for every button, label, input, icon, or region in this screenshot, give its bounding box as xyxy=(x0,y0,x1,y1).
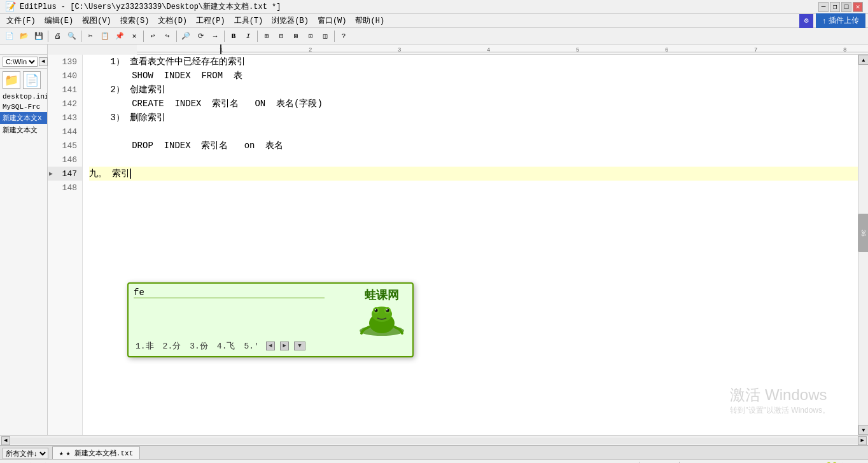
format2-button[interactable]: ⊟ xyxy=(274,29,288,43)
goto-button[interactable]: → xyxy=(208,29,222,43)
ruler-corner xyxy=(0,45,48,55)
cut-button[interactable]: ✂ xyxy=(83,29,97,43)
minimize-button[interactable]: ─ xyxy=(818,2,829,12)
ac-prev-button[interactable]: ◄ xyxy=(266,342,275,350)
upload-button[interactable]: ↑ 插件上传 xyxy=(816,13,865,28)
menu-help[interactable]: 帮助(H) xyxy=(351,14,388,27)
ac-item-4[interactable]: 4.飞 xyxy=(215,340,237,352)
redo-button[interactable]: ↪ xyxy=(160,29,174,43)
code-line-141: 2） 创建索引 xyxy=(89,83,858,97)
file-item-new1[interactable]: 新建文本文X xyxy=(0,112,47,124)
scroll-up-button[interactable]: ▲ xyxy=(858,55,868,65)
paste-button[interactable]: 📌 xyxy=(113,29,127,43)
open-button[interactable]: 📂 xyxy=(17,29,31,43)
status-bar: 需要帮助, 请按 F1 键 行 147 列 9 148 00 PC ANSI 🐸… xyxy=(0,459,868,463)
menu-browser[interactable]: 浏览器(B) xyxy=(268,14,312,27)
file-list: desktop.ini MySQL-Frc 新建文本文X 新建文本文 xyxy=(0,92,47,435)
print-button[interactable]: 🖨 xyxy=(50,29,64,43)
close-button[interactable]: ✕ xyxy=(853,2,863,12)
upload-icon: ↑ xyxy=(822,17,826,25)
menu-tools[interactable]: 工具(T) xyxy=(230,14,267,27)
title-bar-text: EditPlus - [C:\Users\yz33233339\Desktop\… xyxy=(20,1,281,12)
menu-search[interactable]: 搜索(S) xyxy=(116,14,153,27)
editor[interactable]: 139 140 141 142 143 144 145 146 147 148 … xyxy=(48,55,858,435)
app-icon: 📝 xyxy=(5,1,16,12)
status-right: 行 147 列 9 148 00 PC ANSI 🐸 中 ◆ . ⌨ xyxy=(640,460,863,464)
file-item-mysql[interactable]: MySQL-Frc xyxy=(0,102,47,112)
replace-button[interactable]: ⟳ xyxy=(193,29,207,43)
hscroll-right-button[interactable]: ► xyxy=(858,436,867,445)
svg-text:7: 7 xyxy=(754,47,757,53)
autocomplete-items: 1.非 2.分 3.份 4.飞 5.' ◄ ► ▼ xyxy=(134,340,407,352)
line-145: 145 xyxy=(48,139,82,153)
menu-edit[interactable]: 编辑(E) xyxy=(41,14,78,27)
tab-new-file[interactable]: ★ ★ 新建文本文档.txt xyxy=(52,446,140,459)
format3-button[interactable]: ⊠ xyxy=(289,29,303,43)
autocomplete-input[interactable] xyxy=(134,287,325,298)
undo-button[interactable]: ↩ xyxy=(146,29,160,43)
svg-text:5: 5 xyxy=(576,47,579,53)
format4-button[interactable]: ⊡ xyxy=(304,29,318,43)
menu-document[interactable]: 文档(D) xyxy=(154,14,191,27)
ac-next-button[interactable]: ► xyxy=(280,342,289,350)
new-button[interactable]: 📄 xyxy=(3,29,17,43)
ac-item-2[interactable]: 2.分 xyxy=(161,340,183,352)
line-147: 147 xyxy=(48,167,82,181)
code-line-142: CREATE INDEX 索引名 ON 表名(字段) xyxy=(89,97,858,111)
line-140: 140 xyxy=(48,69,82,83)
line-144: 144 xyxy=(48,125,82,139)
restore-button[interactable]: ❐ xyxy=(830,2,840,12)
folder-icon: 📁 xyxy=(4,73,18,87)
line-146: 146 xyxy=(48,153,82,167)
preview-button[interactable]: 🔍 xyxy=(65,29,79,43)
menu-file[interactable]: 文件(F) xyxy=(3,14,39,27)
bold-button[interactable]: B xyxy=(227,29,241,43)
ac-item-3[interactable]: 3.份 xyxy=(188,340,210,352)
italic-button[interactable]: I xyxy=(241,29,255,43)
line-143: 143 xyxy=(48,111,82,125)
tab-dropdown[interactable]: 所有文件↓ xyxy=(3,448,48,459)
maximize-button[interactable]: □ xyxy=(841,2,851,12)
directory-dropdown[interactable]: C:\Win xyxy=(3,57,38,67)
nav-back-button[interactable]: ◄ xyxy=(39,57,48,66)
right-accent-bar[interactable]: 36 xyxy=(858,214,868,252)
folder-icon-box[interactable]: 📁 xyxy=(3,71,20,89)
svg-text:6: 6 xyxy=(665,47,668,53)
hscroll-left-button[interactable]: ◄ xyxy=(1,436,10,445)
format5-button[interactable]: ◫ xyxy=(318,29,332,43)
sidebar: C:\Win ◄ ► 📁 📄 desktop.ini MySQL-Frc 新 xyxy=(0,55,48,435)
autocomplete-popup[interactable]: 蛙课网 xyxy=(127,282,414,357)
code-line-147: 九。 索引​ xyxy=(89,167,858,181)
code-line-148 xyxy=(89,181,858,195)
format1-button[interactable]: ⊞ xyxy=(260,29,274,43)
file-icon-box[interactable]: 📄 xyxy=(23,71,41,89)
line-148: 148 xyxy=(48,181,82,195)
menu-project[interactable]: 工程(P) xyxy=(192,14,229,27)
save-button[interactable]: 💾 xyxy=(32,29,46,43)
file-item-new2[interactable]: 新建文本文 xyxy=(0,124,47,136)
ac-dropdown-button[interactable]: ▼ xyxy=(294,342,305,350)
file-item-desktop[interactable]: desktop.ini xyxy=(0,92,47,102)
help-button[interactable]: ? xyxy=(337,29,351,43)
ac-item-1[interactable]: 1.非 xyxy=(134,340,156,352)
find-button[interactable]: 🔎 xyxy=(179,29,193,43)
title-bar: 📝 EditPlus - [C:\Users\yz33233339\Deskto… xyxy=(0,0,868,14)
hscroll-track[interactable] xyxy=(10,438,858,444)
delete-button[interactable]: ✕ xyxy=(127,29,141,43)
horizontal-scrollbar[interactable]: ◄ ► xyxy=(0,435,868,445)
separator-7 xyxy=(334,31,335,42)
code-line-144 xyxy=(89,125,858,139)
ac-item-5[interactable]: 5.' xyxy=(242,341,260,352)
toolbar: 📄 📂 💾 🖨 🔍 ✂ 📋 📌 ✕ ↩ ↪ 🔎 ⟳ → B I ⊞ ⊟ ⊠ ⊡ … xyxy=(0,28,868,45)
svg-point-17 xyxy=(375,309,376,310)
scroll-down-button[interactable]: ▼ xyxy=(858,425,868,435)
menu-view[interactable]: 视图(V) xyxy=(78,14,115,27)
svg-text:2: 2 xyxy=(309,47,312,53)
code-content[interactable]: 1） 查看表文件中已经存在的索引 SHOW INDEX FROM 表 2） 创建… xyxy=(83,55,858,435)
ruler: 1 2 3 4 5 6 7 8 xyxy=(137,45,868,55)
svg-text:4: 4 xyxy=(487,47,490,53)
menu-window[interactable]: 窗口(W) xyxy=(314,14,351,27)
line-142: 142 xyxy=(48,97,82,111)
separator-4 xyxy=(176,31,177,42)
copy-button[interactable]: 📋 xyxy=(98,29,112,43)
